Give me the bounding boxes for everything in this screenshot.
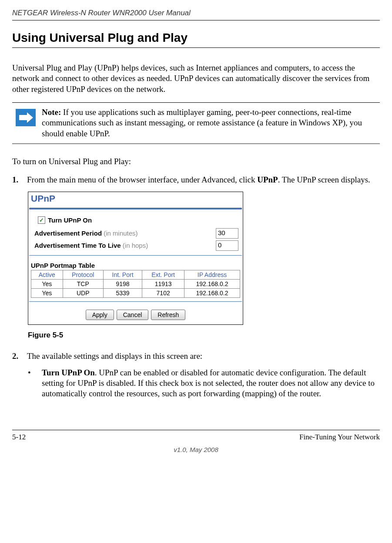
note-body: If you use applications such as multipla… (42, 108, 362, 138)
adv-period-input[interactable]: 30 (216, 228, 238, 239)
turn-upnp-on-label: Turn UPnP On (48, 216, 92, 224)
figure-caption: Figure 5-5 (28, 331, 380, 340)
footer-version: v1.0, May 2008 (12, 446, 380, 453)
note-arrow-icon (16, 109, 36, 126)
cell-protocol: TCP (63, 279, 103, 288)
adv-ttl-suffix: (in hops) (121, 242, 148, 249)
step-1-text-a: From the main menu of the browser interf… (27, 175, 257, 184)
note-box: Note: If you use applications such as mu… (12, 102, 380, 144)
th-protocol: Protocol (63, 270, 103, 279)
adv-ttl-label: Advertisement Time To Live (34, 242, 121, 249)
section-heading: Using Universal Plug and Play (12, 31, 380, 45)
sub-step-bold: Turn UPnP On (42, 368, 95, 377)
portmap-table-label: UPnP Portmap Table (28, 259, 243, 270)
page-footer: 5-12 Fine-Tuning Your Network v1.0, May … (0, 430, 392, 453)
upnp-title-divider (29, 208, 242, 209)
step-2-number: 2. (12, 351, 27, 361)
intro-paragraph: Universal Plug and Play (UPnP) helps dev… (12, 63, 380, 94)
step-1-upnp: UPnP (257, 175, 278, 184)
doc-header-title: NETGEAR Wireless-N Router WNR2000 User M… (12, 9, 380, 17)
th-active: Active (31, 270, 63, 279)
cell-intport: 5339 (103, 288, 142, 297)
footer-rule (12, 430, 380, 430)
button-row: Apply Cancel Refresh (28, 305, 243, 324)
note-text: Note: If you use applications such as mu… (42, 107, 376, 139)
table-row: Yes TCP 9198 11913 192.168.0.2 (31, 279, 240, 288)
step-1-content: From the main menu of the browser interf… (27, 175, 380, 185)
portmap-table: Active Protocol Int. Port Ext. Port IP A… (31, 270, 240, 298)
upnp-panel-title: UPnP (28, 192, 243, 204)
apply-button[interactable]: Apply (86, 310, 114, 320)
sub-step-turn-on: • Turn UPnP On. UPnP can be enabled or d… (28, 368, 380, 399)
adv-period-row: Advertisement Period (in minutes) 30 (28, 227, 243, 239)
th-ip: IP Address (184, 270, 240, 279)
step-2-content: The available settings and displays in t… (27, 351, 380, 361)
step-2: 2. The available settings and displays i… (12, 351, 380, 361)
adv-ttl-input[interactable]: 0 (216, 240, 238, 251)
turn-upnp-on-row: ✓ Turn UPnP On (28, 216, 243, 227)
th-extport: Ext. Port (142, 270, 184, 279)
adv-period-label: Advertisement Period (34, 229, 102, 237)
cell-ip: 192.168.0.2 (184, 279, 240, 288)
header-rule (12, 20, 380, 20)
cell-ip: 192.168.0.2 (184, 288, 240, 297)
th-intport: Int. Port (103, 270, 142, 279)
cancel-button[interactable]: Cancel (117, 310, 149, 320)
footer-section: Fine-Tuning Your Network (299, 433, 380, 442)
step-1: 1. From the main menu of the browser int… (12, 175, 380, 185)
cell-extport: 7102 (142, 288, 184, 297)
step-1-number: 1. (12, 175, 27, 185)
upnp-mid-divider (29, 255, 242, 256)
sub-bullet: • (28, 368, 42, 399)
sub-step-content: Turn UPnP On. UPnP can be enabled or dis… (42, 368, 380, 399)
note-label: Note: (42, 108, 61, 117)
cell-active: Yes (31, 288, 63, 297)
step-1-text-c: . The UPnP screen displays. (278, 175, 370, 184)
refresh-button[interactable]: Refresh (151, 310, 185, 320)
adv-period-suffix: (in minutes) (102, 229, 138, 237)
footer-page-number: 5-12 (12, 433, 26, 442)
table-row: Yes UDP 5339 7102 192.168.0.2 (31, 288, 240, 297)
section-underline (12, 47, 380, 48)
cell-intport: 9198 (103, 279, 142, 288)
adv-ttl-row: Advertisement Time To Live (in hops) 0 (28, 239, 243, 252)
cell-extport: 11913 (142, 279, 184, 288)
steps-lead: To turn on Universal Plug and Play: (12, 156, 380, 167)
upnp-bottom-divider (29, 301, 242, 302)
turn-upnp-on-checkbox[interactable]: ✓ (38, 216, 45, 224)
cell-protocol: UDP (63, 288, 103, 297)
upnp-screenshot: UPnP ✓ Turn UPnP On Advertisement Period… (28, 192, 243, 325)
cell-active: Yes (31, 279, 63, 288)
table-header-row: Active Protocol Int. Port Ext. Port IP A… (31, 270, 240, 279)
